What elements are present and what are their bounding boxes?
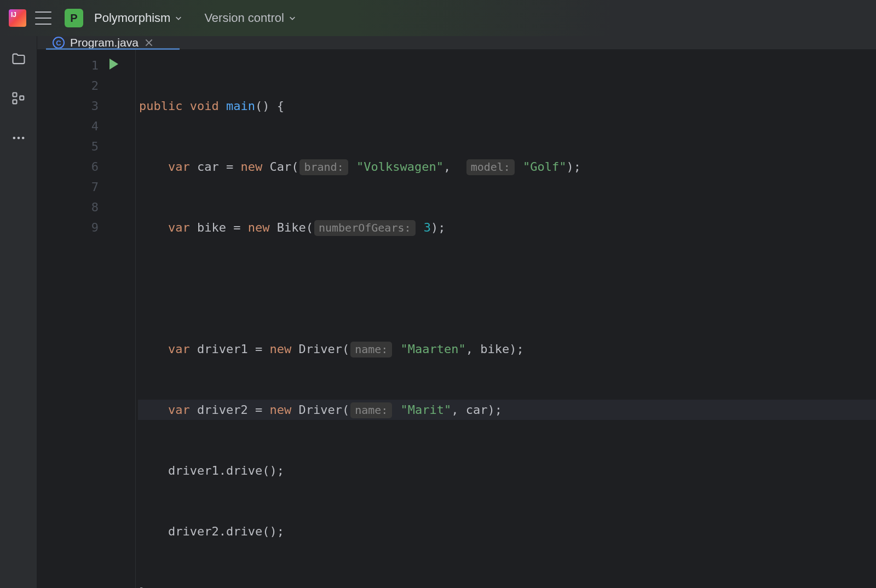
code: driver1.drive(); — [139, 464, 284, 477]
code: driver2 = — [190, 403, 270, 417]
code: bike = — [190, 221, 248, 234]
param-hint: model: — [466, 159, 515, 175]
code: Car( — [262, 160, 298, 174]
code: car = — [190, 160, 241, 174]
main-area: C Program.java 1 2 3 4 5 6 7 8 9 — [0, 36, 876, 588]
project-view-icon[interactable] — [11, 51, 26, 67]
line-number: 5 — [37, 136, 99, 157]
kw: new — [240, 160, 262, 174]
editor-tab-label: Program.java — [70, 36, 139, 49]
tab-underline — [46, 48, 180, 50]
string: "Golf" — [516, 160, 567, 174]
string: "Marit" — [393, 403, 451, 417]
svg-point-4 — [17, 137, 20, 140]
app-logo-icon — [9, 9, 26, 27]
line-number: 1 — [37, 55, 99, 76]
main-menu-button[interactable] — [35, 11, 51, 25]
svg-rect-2 — [20, 96, 24, 100]
kw: var — [168, 403, 190, 417]
more-tools-icon[interactable] — [11, 130, 26, 146]
code-editor[interactable]: 1 2 3 4 5 6 7 8 9 public void main() { v… — [37, 50, 876, 588]
project-name-label: Polymorphism — [94, 11, 170, 25]
line-number: 3 — [37, 96, 99, 116]
line-number: 8 — [37, 197, 99, 217]
code: () { — [255, 99, 284, 113]
line-number: 2 — [37, 76, 99, 96]
kw: void — [190, 99, 219, 113]
string: "Volkswagen" — [349, 160, 443, 174]
code: Driver( — [291, 342, 349, 356]
editor-area: C Program.java 1 2 3 4 5 6 7 8 9 — [37, 36, 876, 588]
code: driver2.drive(); — [139, 524, 284, 538]
code: , bike); — [466, 342, 524, 356]
code: Driver( — [291, 403, 349, 417]
version-control-label: Version control — [204, 11, 284, 25]
param-hint: numberOfGears: — [314, 220, 416, 236]
line-number: 6 — [37, 157, 99, 177]
gutter: 1 2 3 4 5 6 7 8 9 — [37, 50, 136, 588]
run-gutter-icon[interactable] — [110, 59, 118, 70]
kw: new — [248, 221, 270, 234]
version-control-dropdown[interactable]: Version control — [191, 11, 296, 25]
method-name: main — [226, 99, 255, 113]
number: 3 — [417, 221, 431, 234]
param-hint: brand: — [299, 159, 348, 175]
java-class-icon: C — [53, 37, 65, 49]
code: driver1 = — [190, 342, 270, 356]
editor-tabs: C Program.java — [37, 36, 876, 50]
svg-point-3 — [13, 137, 15, 140]
kw: new — [269, 403, 291, 417]
kw: public — [139, 99, 182, 113]
string: "Maarten" — [393, 342, 465, 356]
editor-tab-program[interactable]: C Program.java — [46, 36, 160, 49]
kw: new — [269, 342, 291, 356]
structure-view-icon[interactable] — [11, 91, 26, 106]
titlebar: P Polymorphism Version control — [0, 0, 876, 36]
line-number: 7 — [37, 177, 99, 197]
code: , car); — [451, 403, 502, 417]
close-tab-icon[interactable] — [144, 38, 154, 48]
chevron-down-icon — [175, 14, 182, 22]
left-tool-strip — [0, 36, 37, 588]
svg-rect-1 — [13, 100, 16, 103]
kw: var — [168, 221, 190, 234]
code: } — [139, 585, 146, 588]
line-number: 9 — [37, 217, 99, 238]
param-hint: name: — [350, 342, 392, 358]
code: ); — [567, 160, 581, 174]
kw: var — [168, 160, 190, 174]
project-dropdown[interactable]: Polymorphism — [92, 11, 182, 25]
param-hint: name: — [350, 402, 392, 418]
kw: var — [168, 342, 190, 356]
svg-point-5 — [21, 137, 24, 140]
code: Bike( — [269, 221, 313, 234]
code-lines[interactable]: public void main() { var car = new Car(b… — [136, 50, 876, 588]
line-number: 4 — [37, 116, 99, 136]
svg-rect-0 — [13, 93, 16, 97]
project-badge: P — [65, 9, 83, 27]
chevron-down-icon — [289, 14, 296, 22]
gutter-icons — [106, 50, 136, 588]
line-numbers: 1 2 3 4 5 6 7 8 9 — [37, 50, 106, 588]
code: ); — [431, 221, 446, 234]
code: , — [443, 160, 465, 174]
